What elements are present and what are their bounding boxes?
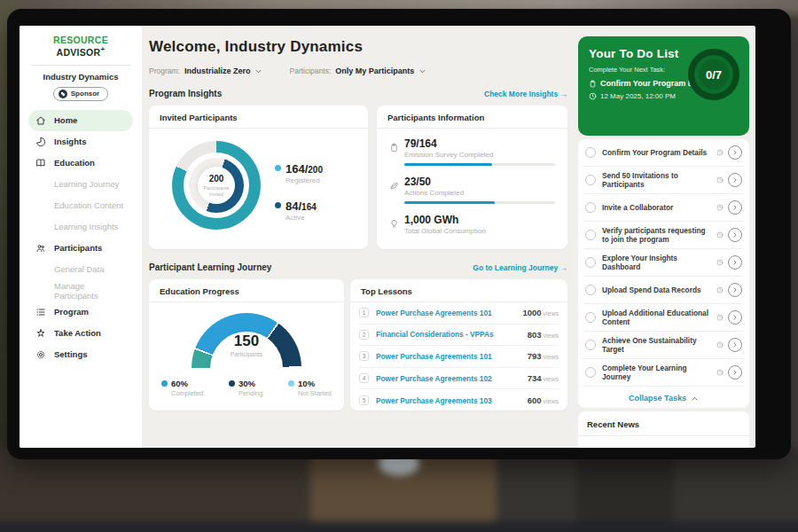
info-row-emission-survey: 79/164 Emission Survey Completed [389,137,555,166]
lesson-link[interactable]: Power Purchase Agreements 102 [376,374,528,383]
lesson-link[interactable]: Power Purchase Agreements 103 [376,396,528,405]
task-open-button[interactable] [728,145,742,160]
gauge-center-label: Participants [192,351,301,357]
collapse-tasks-label: Collapse Tasks [629,394,686,403]
task-row: Explore Your Insights Dashboard [583,249,744,277]
home-icon [35,115,46,126]
lesson-link[interactable]: Financial Considerations - VPPAs [376,330,528,339]
legend-pending: 30% Pending [229,379,263,397]
progress-track [404,201,555,204]
top-lessons-card: Top Lessons 1 Power Purchase Agreements … [350,279,567,411]
sidebar-item-insights[interactable]: Insights [28,131,133,153]
clock-icon [716,149,724,156]
sidebar-item-general-data[interactable]: General Data [28,259,133,280]
go-to-learning-journey-link[interactable]: Go to Learning Journey → [473,263,567,272]
legend-dot [229,380,235,387]
pie-chart-icon [35,137,46,147]
sidebar-item-home[interactable]: Home [28,110,133,131]
tag-icon [59,90,67,98]
task-open-button[interactable] [728,338,742,352]
sidebar-item-label: Learning Insights [54,222,118,231]
task-checkbox[interactable] [585,312,596,323]
participants-label: Participants: [289,66,331,75]
task-checkbox[interactable] [585,367,596,378]
task-row: Invite a Collaborator [583,194,744,222]
lesson-link[interactable]: Power Purchase Agreements 101 [376,309,522,317]
chevron-right-icon [732,176,739,184]
lesson-rank: 3 [359,351,369,361]
chevron-up-icon [691,395,699,403]
task-checkbox[interactable] [585,147,596,158]
task-open-button[interactable] [728,310,742,325]
card-title: Education Progress [149,279,344,302]
sidebar-item-manage-participants[interactable]: Manage Participants [28,280,133,301]
task-checkbox[interactable] [585,175,596,185]
recent-news-title: Recent News [578,411,749,436]
task-open-button[interactable] [728,255,742,270]
clock-icon [716,176,724,184]
task-checkbox[interactable] [585,202,596,213]
invited-participants-donut-chart: 200 Participants Invited [172,141,261,230]
background-shadow-band [576,448,674,532]
list-icon [35,307,46,317]
book-icon [35,158,46,168]
participants-dropdown[interactable]: Participants: Only My Participants [289,66,426,75]
task-checkbox[interactable] [585,257,596,268]
sidebar-item-education-content[interactable]: Education Content [28,195,133,216]
task-row: Complete Your Learning Journey [583,359,744,387]
todo-panel: Your To Do List Complete Your Next Task:… [576,26,755,448]
sidebar-item-take-action[interactable]: Take Action [28,323,133,344]
lesson-link[interactable]: Power Purchase Agreements 101 [376,352,528,361]
task-open-button[interactable] [728,200,742,215]
task-row: Confirm Your Program Details [583,139,744,167]
task-open-button[interactable] [728,173,742,187]
lesson-rank: 5 [359,395,369,405]
task-label: Complete Your Learning Journey [602,364,713,381]
task-open-button[interactable] [728,365,742,379]
task-row: Achieve One Sustainability Target [583,332,744,359]
info-row-consumption: 1,000 GWh Total Global Consumption [389,214,555,235]
todo-progress-ring: 0/7 [688,49,739,100]
task-open-button[interactable] [728,228,742,242]
clock-icon [716,231,724,239]
chevron-right-icon [732,314,739,321]
clock-icon [716,204,724,211]
task-checkbox[interactable] [585,230,596,240]
education-progress-gauge-chart: 150 Participants [192,313,301,370]
clock-icon [716,341,724,348]
sidebar-item-label: Program [54,307,89,317]
people-icon [35,243,46,254]
sidebar-item-education[interactable]: Education [28,153,133,174]
sidebar-item-program[interactable]: Program [28,301,133,323]
collapse-tasks-link[interactable]: Collapse Tasks [583,387,744,408]
task-checkbox[interactable] [585,340,596,350]
todo-datetime: 12 May 2025, 12:00 PM [600,92,676,100]
program-dropdown[interactable]: Program: Industrialize Zero [149,66,262,75]
clock-icon [716,369,724,376]
donut-center-label: Participants Invited [201,185,231,197]
clipboard-icon [389,137,404,166]
sidebar-item-learning-journey[interactable]: Learning Journey [28,174,133,195]
clock-icon [589,92,597,100]
chevron-down-icon [419,67,426,75]
lesson-row: 4 Power Purchase Agreements 102 734 view… [359,368,559,390]
chevron-right-icon [732,149,739,156]
sidebar-item-label: Education Content [54,200,123,210]
star-icon [35,328,46,339]
sidebar-item-participants[interactable]: Participants [28,238,133,259]
sidebar-item-settings[interactable]: Settings [28,344,133,365]
app-logo: RESOURCE ADVISOR+ [28,35,133,58]
logo-resource: RESOURCE [53,35,108,45]
main-content: Welcome, Industry Dynamics Program: Indu… [142,26,576,448]
sidebar-item-label: Insights [54,137,86,146]
task-checkbox[interactable] [585,285,596,295]
section-title-program-insights: Program Insights [149,89,222,98]
task-open-button[interactable] [728,283,742,297]
sidebar-item-label: Home [54,115,77,125]
sidebar-item-learning-insights[interactable]: Learning Insights [28,216,133,238]
legend-completed: 60% Completed [161,379,203,397]
check-more-insights-link[interactable]: Check More Insights → [484,90,567,98]
logo-plus: + [100,45,105,53]
progress-fill [404,201,495,204]
lesson-rank: 2 [359,330,369,340]
